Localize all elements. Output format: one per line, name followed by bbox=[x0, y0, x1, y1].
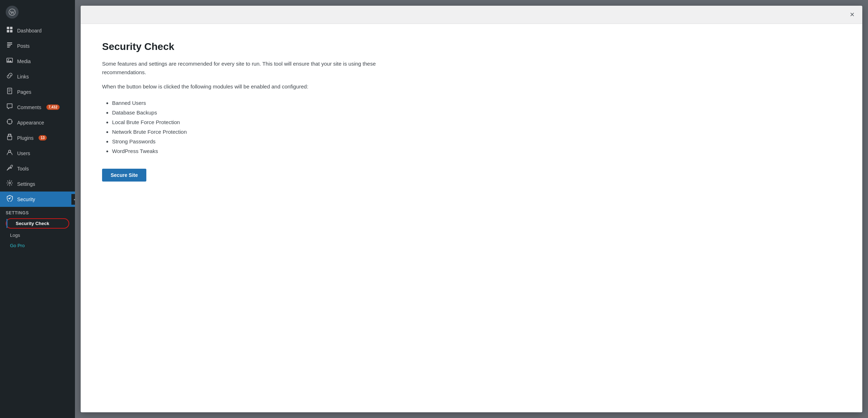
svg-point-11 bbox=[9, 150, 11, 152]
sidebar-item-tools[interactable]: Tools bbox=[0, 161, 75, 176]
sidebar-item-users-label: Users bbox=[17, 151, 30, 156]
settings-icon bbox=[6, 180, 14, 188]
sidebar-item-settings-label: Settings bbox=[17, 181, 35, 187]
modal-header: × bbox=[81, 6, 862, 24]
sidebar-item-dashboard[interactable]: Dashboard bbox=[0, 23, 75, 38]
modal-wrapper: × Security Check Some features and setti… bbox=[81, 6, 862, 412]
sidebar-item-appearance-label: Appearance bbox=[17, 120, 44, 126]
svg-rect-4 bbox=[7, 30, 9, 32]
modal-close-button[interactable]: × bbox=[848, 10, 857, 19]
sidebar-item-tools-label: Tools bbox=[17, 166, 29, 172]
sidebar-item-appearance[interactable]: Appearance bbox=[0, 115, 75, 130]
modal-body: Security Check Some features and setting… bbox=[81, 24, 862, 412]
sidebar-item-dashboard-label: Dashboard bbox=[17, 28, 42, 34]
modal-module-item: WordPress Tweaks bbox=[112, 146, 841, 156]
svg-rect-2 bbox=[7, 27, 9, 29]
sidebar-item-plugins-label: Plugins bbox=[17, 135, 34, 141]
modal-module-item: Strong Passwords bbox=[112, 137, 841, 146]
sidebar-item-security-check[interactable]: Security Check bbox=[6, 218, 69, 229]
modal-title: Security Check bbox=[102, 41, 841, 52]
sidebar-item-logs[interactable]: Logs bbox=[0, 230, 75, 240]
posts-icon bbox=[6, 42, 14, 50]
submenu-security-check-wrapper: Security Check bbox=[0, 217, 75, 230]
sidebar-item-pages-label: Pages bbox=[17, 89, 31, 95]
plugins-badge: 13 bbox=[39, 135, 47, 141]
sidebar-item-go-pro-label: Go Pro bbox=[10, 243, 25, 248]
sidebar-item-pages[interactable]: Pages bbox=[0, 84, 75, 100]
media-icon bbox=[6, 57, 14, 65]
sidebar-item-settings[interactable]: Settings bbox=[0, 176, 75, 192]
svg-point-12 bbox=[9, 182, 11, 184]
sidebar-item-comments-label: Comments bbox=[17, 104, 41, 110]
sidebar-item-posts-label: Posts bbox=[17, 43, 30, 49]
svg-point-7 bbox=[8, 59, 9, 60]
comments-badge: 7,432 bbox=[46, 104, 60, 110]
svg-rect-5 bbox=[10, 30, 12, 32]
modal-module-item: Banned Users bbox=[112, 98, 841, 108]
modal-module-item: Local Brute Force Protection bbox=[112, 117, 841, 127]
sidebar-item-posts[interactable]: Posts bbox=[0, 38, 75, 53]
modal-description: Some features and settings are recommend… bbox=[102, 60, 409, 77]
sidebar-item-security-label: Security bbox=[17, 197, 35, 202]
sidebar-submenu: Settings Security Check Logs Go Pro bbox=[0, 207, 75, 251]
secure-site-button[interactable]: Secure Site bbox=[102, 169, 146, 182]
appearance-icon bbox=[6, 118, 14, 127]
sidebar-item-links-label: Links bbox=[17, 74, 29, 80]
sidebar-item-logs-label: Logs bbox=[10, 233, 20, 238]
sidebar-item-security[interactable]: Security ◀ bbox=[0, 192, 75, 207]
sidebar-collapse-arrow[interactable]: ◀ bbox=[71, 194, 75, 205]
links-icon bbox=[6, 72, 14, 81]
sidebar-item-go-pro[interactable]: Go Pro bbox=[0, 240, 75, 251]
sidebar-logo: W bbox=[0, 0, 75, 23]
modal-module-item: Network Brute Force Protection bbox=[112, 127, 841, 137]
sidebar-item-security-check-label: Security Check bbox=[16, 221, 49, 226]
sidebar-item-users[interactable]: Users bbox=[0, 146, 75, 161]
svg-rect-10 bbox=[8, 134, 11, 136]
tools-icon bbox=[6, 164, 14, 173]
sidebar-item-plugins[interactable]: Plugins 13 bbox=[0, 130, 75, 146]
submenu-header: Settings bbox=[0, 207, 75, 217]
users-icon bbox=[6, 149, 14, 157]
sidebar: W Dashboard Posts Media Links Pag bbox=[0, 0, 75, 418]
sidebar-item-media-label: Media bbox=[17, 58, 31, 64]
plugins-icon bbox=[6, 134, 14, 142]
svg-rect-8 bbox=[7, 88, 12, 94]
modal-module-item: Database Backups bbox=[112, 108, 841, 117]
pages-icon bbox=[6, 88, 14, 96]
wp-icon: W bbox=[6, 6, 19, 19]
dashboard-icon bbox=[6, 26, 14, 35]
svg-text:W: W bbox=[10, 10, 15, 15]
security-icon bbox=[6, 195, 14, 203]
comments-icon bbox=[6, 103, 14, 111]
svg-rect-3 bbox=[10, 27, 12, 29]
modal-when-clicked-text: When the button below is clicked the fol… bbox=[102, 82, 841, 91]
sidebar-item-comments[interactable]: Comments 7,432 bbox=[0, 100, 75, 115]
sidebar-item-links[interactable]: Links bbox=[0, 69, 75, 84]
sidebar-item-media[interactable]: Media bbox=[0, 53, 75, 69]
main-content: × Security Check Some features and setti… bbox=[75, 0, 868, 418]
modal-modules-list: Banned UsersDatabase BackupsLocal Brute … bbox=[102, 98, 841, 156]
